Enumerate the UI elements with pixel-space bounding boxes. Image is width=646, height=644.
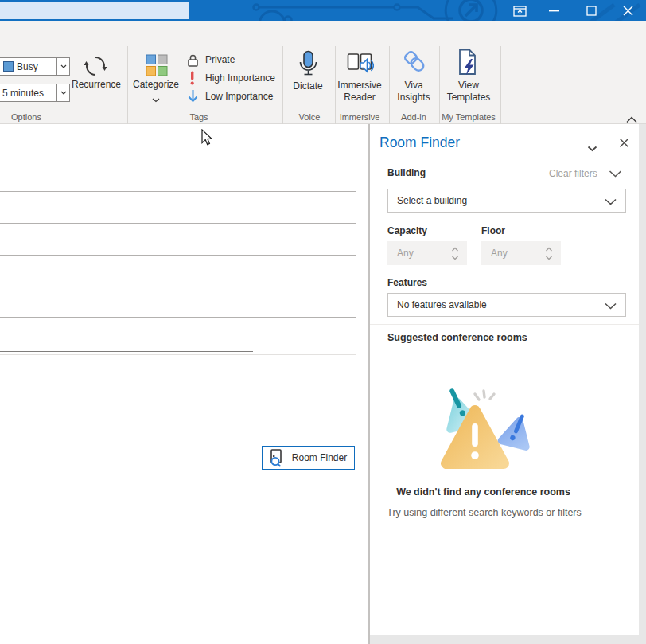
dictate-button[interactable]: [298, 50, 318, 81]
private-label: Private: [205, 54, 235, 65]
maximize-button[interactable]: [578, 0, 605, 21]
ribbon-display-options-button[interactable]: [506, 0, 533, 21]
reminder-dropdown-arrow[interactable]: [56, 84, 69, 101]
view-templates-label[interactable]: View Templates: [439, 80, 498, 103]
panel-menu-button[interactable]: [587, 141, 597, 155]
warning-triangles-illustration-icon: [434, 385, 537, 476]
close-icon: [623, 6, 633, 16]
view-templates-label-line2: Templates: [439, 92, 498, 103]
recurrence-icon: [82, 54, 109, 78]
show-as-value: Busy: [17, 61, 38, 72]
maximize-icon: [586, 6, 597, 16]
show-as-combobox[interactable]: Busy: [0, 57, 70, 76]
options-group-label: Options: [0, 111, 53, 123]
voice-group-label: Voice: [284, 111, 335, 123]
categorize-label[interactable]: Categorize: [127, 79, 185, 91]
chevron-down-icon: [60, 91, 67, 95]
recurrence-button[interactable]: [82, 54, 109, 81]
categorize-button[interactable]: [146, 54, 168, 80]
immersive-reader-button[interactable]: [347, 53, 374, 81]
outlook-appointment-window: Busy 5 minutes Recurrence Op: [0, 0, 646, 644]
categorize-icon: [146, 54, 168, 76]
high-importance-icon: [187, 71, 199, 85]
open-book-speaker-icon: [347, 53, 374, 78]
section-divider: [370, 324, 639, 325]
high-importance-label: High Importance: [205, 72, 275, 84]
features-label: Features: [387, 277, 427, 288]
close-icon: [619, 138, 629, 148]
appointment-form-area: Room Finder: [0, 124, 368, 644]
chevron-down-icon: [605, 302, 617, 310]
building-select-value: Select a building: [397, 195, 467, 206]
capacity-value: Any: [397, 248, 414, 259]
title-bar: [0, 0, 646, 21]
field-divider-active: [0, 351, 253, 352]
field-divider-light: [0, 354, 356, 355]
titlebar-highlight-box: [0, 2, 189, 19]
viva-insights-label-line2: Insights: [389, 92, 438, 103]
floor-spinner[interactable]: Any: [481, 241, 561, 265]
tags-group-label: Tags: [159, 111, 239, 123]
room-finder-panel: Room Finder Building Clear filters: [370, 124, 646, 644]
chevron-down-icon: [605, 198, 617, 205]
high-importance-button[interactable]: High Importance: [187, 71, 275, 85]
floor-label: Floor: [481, 225, 505, 236]
chevron-up-icon: [626, 116, 637, 123]
show-as-dropdown-arrow[interactable]: [56, 58, 69, 75]
capacity-spinner[interactable]: Any: [387, 241, 467, 265]
immersive-reader-label[interactable]: Immersive Reader: [334, 80, 385, 103]
dictate-label[interactable]: Dictate: [284, 80, 332, 92]
room-finder-panel-content: Room Finder Building Clear filters: [370, 124, 639, 635]
close-window-button[interactable]: [614, 0, 641, 21]
field-divider: [0, 317, 356, 318]
addin-group-label: Add-in: [389, 111, 438, 123]
chevron-down-icon: [587, 146, 597, 152]
document-lightning-bolt-icon: [457, 49, 481, 77]
floor-value: Any: [491, 248, 508, 259]
low-importance-button[interactable]: Low Importance: [187, 89, 273, 103]
viva-insights-icon: [401, 51, 426, 76]
viva-insights-label[interactable]: Viva Insights: [389, 80, 438, 103]
empty-state-subtitle: Try using different search keywords or f…: [363, 507, 605, 518]
viva-insights-label-line1: Viva: [389, 80, 438, 92]
low-importance-label: Low Importance: [205, 91, 273, 102]
spinner-chevrons-icon: [545, 247, 553, 261]
view-templates-button[interactable]: [457, 49, 481, 80]
reminder-combobox[interactable]: 5 minutes: [0, 84, 70, 102]
ribbon: Busy 5 minutes Recurrence Op: [0, 21, 646, 124]
reminder-value: 5 minutes: [2, 88, 44, 99]
clear-filters-button[interactable]: Clear filters: [549, 168, 597, 179]
view-templates-label-line1: View: [439, 80, 498, 92]
spinner-chevrons-icon: [451, 247, 459, 261]
building-select[interactable]: Select a building: [387, 189, 626, 213]
minimize-button[interactable]: [540, 0, 567, 21]
field-divider: [0, 255, 356, 256]
templates-group-label: My Templates: [438, 111, 500, 123]
room-finder-button-label: Room Finder: [292, 452, 347, 463]
private-button[interactable]: Private: [187, 53, 235, 67]
chevron-down-icon: [609, 170, 622, 178]
categorize-dropdown-chevron[interactable]: [152, 92, 160, 106]
field-divider: [0, 191, 356, 192]
capacity-label: Capacity: [387, 225, 427, 236]
building-label: Building: [387, 167, 426, 178]
recurrence-label[interactable]: Recurrence: [70, 79, 123, 91]
empty-state-title: We didn't find any conference rooms: [370, 486, 597, 498]
panel-title: Room Finder: [379, 135, 460, 151]
busy-status-swatch-icon: [3, 61, 14, 72]
mouse-cursor-icon: [201, 129, 214, 146]
immersive-reader-label-line2: Reader: [334, 92, 385, 103]
lock-icon: [187, 53, 199, 67]
features-select[interactable]: No features available: [387, 293, 626, 317]
field-divider: [0, 223, 356, 224]
features-select-value: No features available: [397, 299, 487, 310]
viva-insights-button[interactable]: [401, 51, 426, 80]
panel-close-button[interactable]: [619, 137, 629, 151]
immersive-group-label: Immersive: [334, 111, 385, 123]
room-finder-toggle-button[interactable]: Room Finder: [262, 446, 355, 470]
ribbon-display-options-icon: [513, 6, 527, 17]
filters-collapse-button[interactable]: [609, 166, 622, 181]
chevron-down-icon: [60, 64, 67, 68]
door-with-magnifier-icon: [270, 449, 286, 467]
immersive-reader-label-line1: Immersive: [334, 80, 385, 92]
